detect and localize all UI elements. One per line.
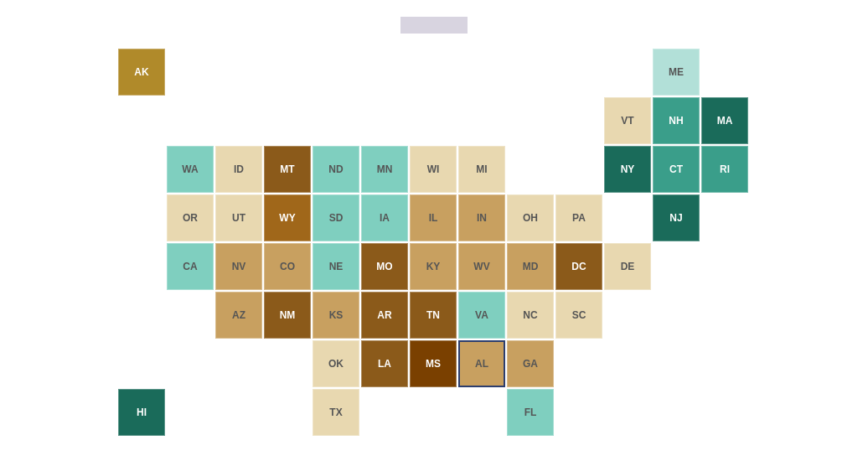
state-label-nj: NJ xyxy=(669,212,682,224)
state-label-ky: KY xyxy=(426,261,441,272)
state-wy[interactable]: WY xyxy=(264,194,311,241)
state-or[interactable]: OR xyxy=(167,194,214,241)
state-label-il: IL xyxy=(429,212,438,224)
state-mo[interactable]: MO xyxy=(361,243,408,290)
state-label-hi: HI xyxy=(137,407,147,418)
state-me[interactable]: ME xyxy=(653,49,700,96)
state-label-id: ID xyxy=(234,163,244,175)
state-label-tn: TN xyxy=(426,309,440,321)
state-label-ga: GA xyxy=(523,358,538,370)
state-label-co: CO xyxy=(280,261,295,272)
map-grid: AKMEVTNHMAWAIDMTNDMNWIMINYCTRIORUTWYSDIA… xyxy=(118,49,750,438)
state-label-mt: MT xyxy=(280,163,294,175)
state-ar[interactable]: AR xyxy=(361,292,408,339)
state-label-la: LA xyxy=(378,358,391,370)
state-label-ms: MS xyxy=(426,358,441,370)
state-co[interactable]: CO xyxy=(264,243,311,290)
state-label-ny: NY xyxy=(621,163,635,175)
state-ga[interactable]: GA xyxy=(507,340,554,387)
state-va[interactable]: VA xyxy=(458,292,505,339)
state-label-wv: WV xyxy=(473,261,489,272)
state-label-ar: AR xyxy=(377,309,391,321)
state-ky[interactable]: KY xyxy=(410,243,457,290)
state-il[interactable]: IL xyxy=(410,194,457,241)
state-label-mo: MO xyxy=(376,261,392,272)
state-hi[interactable]: HI xyxy=(118,389,165,436)
state-nc[interactable]: NC xyxy=(507,292,554,339)
state-pa[interactable]: PA xyxy=(555,194,602,241)
state-label-nv: NV xyxy=(232,261,246,272)
state-vt[interactable]: VT xyxy=(604,97,651,144)
state-fl[interactable]: FL xyxy=(507,389,554,436)
state-label-ut: UT xyxy=(232,212,245,224)
state-ks[interactable]: KS xyxy=(313,292,359,339)
state-label-sd: SD xyxy=(329,212,344,224)
state-md[interactable]: MD xyxy=(507,243,554,290)
state-tn[interactable]: TN xyxy=(410,292,457,339)
state-ok[interactable]: OK xyxy=(313,340,359,387)
state-mi[interactable]: MI xyxy=(458,146,505,193)
state-label-wa: WA xyxy=(182,163,198,175)
state-label-ok: OK xyxy=(328,358,344,370)
state-nd[interactable]: ND xyxy=(313,146,359,193)
state-sd[interactable]: SD xyxy=(313,194,359,241)
state-label-mi: MI xyxy=(476,163,487,175)
state-label-ma: MA xyxy=(717,115,733,127)
state-label-nd: ND xyxy=(328,163,343,175)
state-ne[interactable]: NE xyxy=(313,243,359,290)
state-sc[interactable]: SC xyxy=(555,292,602,339)
state-label-nm: NM xyxy=(280,309,296,321)
state-label-sc: SC xyxy=(572,309,586,321)
state-nh[interactable]: NH xyxy=(653,97,700,144)
state-wi[interactable]: WI xyxy=(410,146,457,193)
state-label-tx: TX xyxy=(329,407,342,418)
state-label-in: IN xyxy=(477,212,487,224)
state-label-va: VA xyxy=(475,309,488,321)
state-ca[interactable]: CA xyxy=(167,243,214,290)
state-tx[interactable]: TX xyxy=(313,389,359,436)
state-mt[interactable]: MT xyxy=(264,146,311,193)
state-label-mn: MN xyxy=(377,163,393,175)
state-ny[interactable]: NY xyxy=(604,146,651,193)
state-label-az: AZ xyxy=(232,309,245,321)
state-nj[interactable]: NJ xyxy=(653,194,700,241)
state-wv[interactable]: WV xyxy=(458,243,505,290)
state-label-ak: AK xyxy=(134,66,148,78)
state-ia[interactable]: IA xyxy=(361,194,408,241)
state-oh[interactable]: OH xyxy=(507,194,554,241)
state-label-nh: NH xyxy=(669,115,683,127)
state-label-de: DE xyxy=(621,261,635,272)
chart-container: AKMEVTNHMAWAIDMTNDMNWIMINYCTRIORUTWYSDIA… xyxy=(0,0,868,461)
state-label-al: AL xyxy=(475,358,488,370)
state-label-dc: DC xyxy=(571,261,586,272)
state-nv[interactable]: NV xyxy=(215,243,262,290)
state-label-ia: IA xyxy=(380,212,390,224)
state-ak[interactable]: AK xyxy=(118,49,165,96)
state-label-or: OR xyxy=(183,212,198,224)
state-nm[interactable]: NM xyxy=(264,292,311,339)
state-label-nc: NC xyxy=(523,309,537,321)
state-id[interactable]: ID xyxy=(215,146,262,193)
state-label-vt: VT xyxy=(621,115,633,127)
state-ma[interactable]: MA xyxy=(701,97,748,144)
state-mn[interactable]: MN xyxy=(361,146,408,193)
state-de[interactable]: DE xyxy=(604,243,651,290)
state-label-me: ME xyxy=(669,66,684,78)
state-wa[interactable]: WA xyxy=(167,146,214,193)
state-az[interactable]: AZ xyxy=(215,292,262,339)
state-ut[interactable]: UT xyxy=(215,194,262,241)
state-label-ne: NE xyxy=(329,261,344,272)
state-ms[interactable]: MS xyxy=(410,340,457,387)
state-ri[interactable]: RI xyxy=(701,146,748,193)
state-label-oh: OH xyxy=(523,212,538,224)
state-in[interactable]: IN xyxy=(458,194,505,241)
state-label-pa: PA xyxy=(572,212,586,224)
state-la[interactable]: LA xyxy=(361,340,408,387)
state-al[interactable]: AL xyxy=(458,340,505,387)
state-dc[interactable]: DC xyxy=(555,243,602,290)
state-ct[interactable]: CT xyxy=(653,146,700,193)
state-label-ri: RI xyxy=(720,163,730,175)
state-label-fl: FL xyxy=(524,407,537,418)
state-label-ct: CT xyxy=(669,163,683,175)
state-label-md: MD xyxy=(523,261,539,272)
